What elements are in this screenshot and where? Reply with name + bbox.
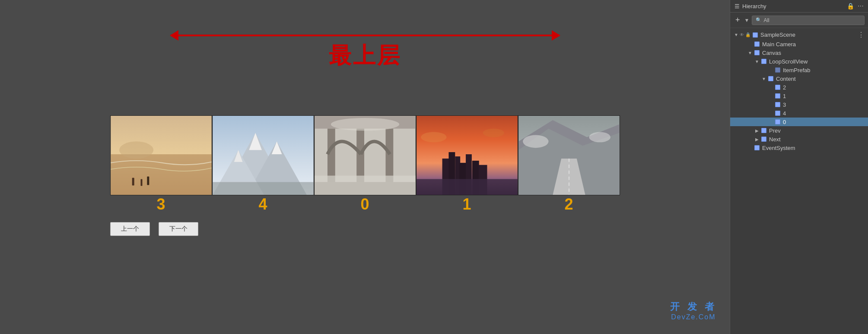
svg-rect-5 [147,176,149,185]
watermark-line1: 开 发 者 [670,300,717,313]
panel-icons: 🔒 ⋯ [847,3,864,10]
search-icon: 🔍 [756,17,762,23]
svg-point-39 [589,132,610,143]
search-box[interactable]: 🔍 All [752,16,865,25]
arrow-right [552,30,560,41]
panel-title: ☰ Hierarchy [734,3,766,10]
svg-point-2 [119,141,153,159]
tree-item-child3[interactable]: ▶ 3 [730,100,868,109]
label-4: 4 [212,195,314,213]
labels-row: 3 4 0 1 2 [110,195,620,213]
road-image [518,116,620,195]
image-item-mountain [212,115,314,195]
prev-button[interactable]: 上一个 [110,222,150,236]
visibility-icon: 👁 [740,32,744,37]
tree-item-eventSystem[interactable]: ▶ EventSystem [730,143,868,152]
annotation-text: 最上层 [329,41,401,71]
tree-item-child0[interactable]: ▶ 0 [730,118,868,126]
tree-label-content: Content [776,76,796,82]
tree-item-child2[interactable]: ▶ 2 [730,83,868,92]
arrow-container [171,35,560,36]
tree-label-next: Next [769,136,781,143]
arrow-left [170,30,178,41]
cube-icon-next [760,136,767,143]
tree-item-prev[interactable]: ▶ Prev [730,126,868,135]
cube-icon-c4 [774,110,781,117]
tree-item-mainCamera[interactable]: ▶ Main Camera [730,40,868,48]
image-item-beach [110,115,212,195]
image-item-road [518,115,620,195]
watermark-line2: DevZe.CoM [670,313,717,321]
expand-arrow: ▼ [734,32,739,38]
expand-arrow-canvas: ▼ [747,50,753,55]
label-0: 0 [314,195,416,213]
tree-label-mainCamera: Main Camera [762,41,796,48]
label-2: 2 [518,195,620,213]
watermark: 开 发 者 DevZe.CoM [670,300,717,321]
mountain-image [213,116,314,195]
tree-label-sampleScene: SampleScene [760,32,795,38]
toolbar-row: + ▼ 🔍 All [730,13,868,28]
cube-icon-loop [760,58,767,65]
hamburger-icon: ☰ [734,3,740,10]
tree-item-itemPrefab[interactable]: ▶ ItemPrefab [730,66,868,74]
cube-icon-c1 [774,92,781,99]
expand-arrow-prev: ▶ [754,128,760,133]
hierarchy-panel: ☰ Hierarchy 🔒 ⋯ + ▼ 🔍 All ▼ 👁 🔒 SampleSc… [730,0,868,334]
kebab-icon[interactable]: ⋮ [858,31,865,39]
hierarchy-title: Hierarchy [742,3,766,10]
lock2-icon: 🔒 [745,32,750,37]
tree-label-child4: 4 [783,110,786,117]
image-strip [110,115,620,195]
svg-rect-4 [140,179,142,186]
annotation-layer: 最上层 [0,35,730,71]
image-item-arches [314,115,416,195]
tree-item-content[interactable]: ▼ Content [730,74,868,83]
tree-label-canvas: Canvas [762,50,781,56]
svg-point-20 [331,118,399,131]
panel-header: ☰ Hierarchy 🔒 ⋯ [730,0,868,13]
main-viewport: 最上层 [0,0,730,334]
svg-rect-30 [417,179,517,195]
next-button[interactable]: 下一个 [159,222,198,236]
tree-label-child2: 2 [783,84,786,91]
tree-label-child0: 0 [783,119,786,125]
expand-arrow-next: ▶ [754,137,760,142]
svg-rect-1 [111,154,211,195]
tree-label-child3: 3 [783,102,786,108]
tree-label-loopScrollView: LoopScrollView [769,58,808,65]
tree-item-loopScrollView[interactable]: ▼ LoopScrollView [730,57,868,66]
expand-arrow-content: ▼ [761,76,766,81]
svg-point-31 [421,132,446,143]
tree-label-child1: 1 [783,93,786,99]
arrow-down-icon[interactable]: ▼ [744,17,750,23]
add-button[interactable]: + [734,15,742,25]
cube-icon-content [767,75,774,82]
cube-icon-camera [754,41,760,48]
tree-item-canvas[interactable]: ▼ Canvas [730,48,868,57]
cube-icon-prev [760,127,767,134]
arches-image [315,116,416,195]
cube-icon-canvas [754,49,760,56]
beach-image [111,116,212,195]
tree-label-eventSystem: EventSystem [762,145,795,151]
svg-point-38 [523,135,548,148]
sunset-image [417,116,518,195]
tree-item-child1[interactable]: ▶ 1 [730,92,868,100]
tree-item-child4[interactable]: ▶ 4 [730,109,868,118]
cube-icon-ev [754,144,760,151]
expand-arrow-loop: ▼ [754,59,760,64]
svg-rect-3 [132,178,134,185]
tree-label-prev: Prev [769,127,781,134]
lock-icon[interactable]: 🔒 [847,3,854,10]
cube-icon-item [774,67,781,73]
more-icon[interactable]: ⋯ [858,3,864,10]
label-1: 1 [416,195,518,213]
svg-point-32 [483,129,504,137]
svg-rect-13 [213,182,313,195]
button-row: 上一个 下一个 [110,222,620,236]
tree-item-sampleScene[interactable]: ▼ 👁 🔒 SampleScene ⋮ [730,30,868,40]
tree-label-itemPrefab: ItemPrefab [783,67,811,73]
tree-item-next[interactable]: ▶ Next [730,135,868,143]
svg-rect-21 [315,182,415,195]
